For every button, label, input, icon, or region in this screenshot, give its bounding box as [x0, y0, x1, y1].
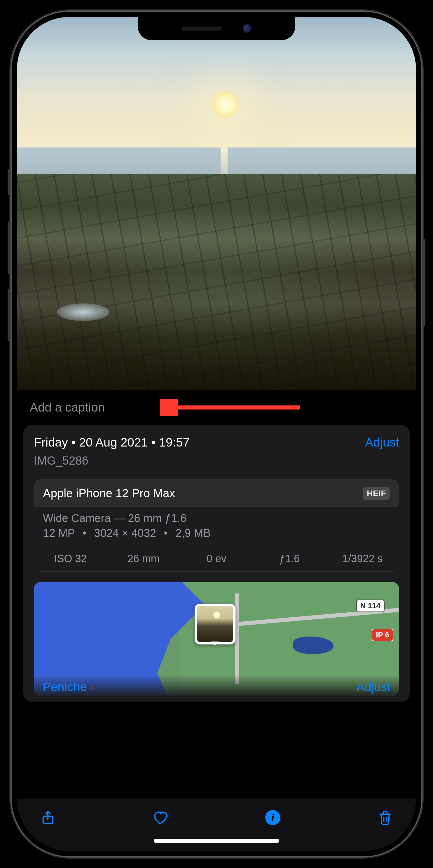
filesize: 2,9 MB: [175, 527, 210, 539]
share-button[interactable]: [37, 807, 58, 828]
photo-preview[interactable]: [17, 17, 416, 390]
caption-row: [17, 390, 416, 425]
road-label-n114: N 114: [356, 599, 384, 612]
photo-sun: [212, 92, 239, 118]
device-model: Apple iPhone 12 Pro Max: [43, 487, 175, 500]
exif-iso: ISO 32: [34, 546, 107, 571]
speaker-grille: [181, 27, 222, 31]
volume-up-button: [7, 221, 11, 274]
silent-switch: [7, 169, 11, 195]
format-badge: HEIF: [363, 487, 390, 500]
exif-exposure-bias: 0 ev: [180, 546, 253, 571]
device-card: Apple iPhone 12 Pro Max HEIF Wide Camera…: [34, 479, 399, 571]
exif-row: ISO 32 26 mm 0 ev ƒ1.6 1/3922 s: [34, 546, 399, 571]
adjust-date-button[interactable]: Adjust: [365, 435, 399, 450]
info-button[interactable]: i: [262, 807, 283, 828]
photo-date: Friday • 20 Aug 2021 • 19:57: [34, 435, 190, 450]
front-camera: [243, 24, 252, 33]
location-row: Peniche › Adjust: [34, 675, 399, 696]
device-header: Apple iPhone 12 Pro Max HEIF: [34, 480, 399, 507]
photo-location-pin[interactable]: [195, 603, 235, 645]
dimension-info: 12 MP • 3024 × 4032 • 2,9 MB: [34, 526, 399, 546]
pixel-dimensions: 3024 × 4032: [94, 527, 156, 539]
location-name-label: Peniche: [42, 680, 87, 694]
pin-thumbnail: [197, 606, 233, 642]
home-indicator[interactable]: [154, 839, 279, 843]
trash-icon: [377, 809, 393, 826]
info-scroll-area[interactable]: Friday • 20 Aug 2021 • 19:57 Adjust IMG_…: [17, 390, 416, 799]
info-panel: Friday • 20 Aug 2021 • 19:57 Adjust IMG_…: [23, 425, 410, 702]
map-lake: [293, 637, 334, 654]
lens-info: Wide Camera — 26 mm ƒ1.6: [34, 507, 399, 526]
notch: [138, 17, 295, 40]
device-frame: Friday • 20 Aug 2021 • 19:57 Adjust IMG_…: [12, 12, 421, 856]
location-map[interactable]: N 114 IP 6 Peniche › Adjust: [34, 582, 399, 696]
volume-down-button: [7, 288, 11, 341]
chevron-right-icon: ›: [90, 681, 93, 693]
photo-rocks-region: [17, 174, 416, 390]
exif-focal-length: 26 mm: [107, 546, 180, 571]
heart-icon: [152, 809, 168, 826]
photo-sun-reflection: [221, 148, 228, 177]
adjust-location-button[interactable]: Adjust: [356, 680, 391, 694]
photo-filename: IMG_5286: [34, 454, 399, 467]
exif-shutter: 1/3922 s: [326, 546, 399, 571]
screen: Friday • 20 Aug 2021 • 19:57 Adjust IMG_…: [17, 17, 416, 851]
exif-aperture: ƒ1.6: [253, 546, 326, 571]
delete-button[interactable]: [375, 807, 396, 828]
megapixels: 12 MP: [43, 527, 75, 539]
bottom-toolbar: i: [17, 799, 416, 851]
photo-sea-region: [17, 148, 416, 177]
location-name-button[interactable]: Peniche ›: [42, 680, 93, 694]
info-icon: i: [265, 810, 280, 825]
road-label-ip6: IP 6: [372, 629, 393, 641]
share-icon: [40, 809, 56, 826]
favorite-button[interactable]: [150, 807, 171, 828]
annotation-arrow: [160, 399, 303, 416]
power-button: [422, 239, 426, 327]
